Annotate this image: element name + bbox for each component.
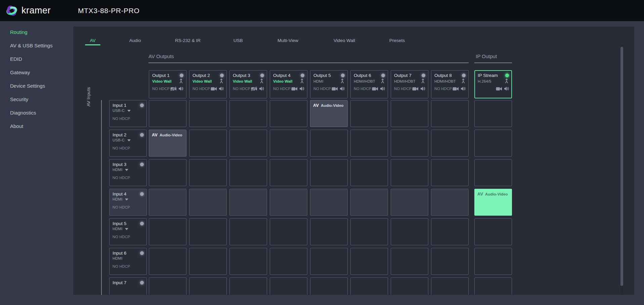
output-card[interactable]: Output 4 Video Wall NO HDCP [270,70,307,98]
input-connector-select[interactable]: USB-C [113,138,144,142]
audio-mute-toggle-icon[interactable] [178,86,183,91]
video-mute-toggle-icon[interactable] [453,87,459,91]
matrix-cell[interactable] [350,130,388,157]
audio-mute-toggle-icon[interactable] [461,86,466,91]
sidebar-item-av-usb-settings[interactable]: AV & USB Settings [0,39,73,52]
output-card[interactable]: Output 2 Video Wall NO HDCP [189,70,227,98]
video-mute-toggle-icon[interactable] [251,87,257,91]
video-mute-toggle-icon[interactable] [496,87,502,91]
tab-rs-232-ir[interactable]: RS-232 & IR [175,38,201,43]
tab-presets[interactable]: Presets [389,38,405,43]
matrix-cell[interactable] [149,218,186,245]
audio-mute-toggle-icon[interactable] [420,86,425,91]
matrix-cell[interactable] [310,159,348,186]
routed-cell[interactable]: AVAudio-Video [310,100,348,127]
input-connector-select[interactable]: USB-C [113,108,144,113]
matrix-cell[interactable] [189,277,227,295]
input-connector-select[interactable]: HDMI [113,256,144,260]
matrix-cell[interactable] [189,248,227,275]
tab-usb[interactable]: USB [233,38,243,43]
matrix-cell[interactable] [350,277,388,295]
matrix-cell[interactable] [431,248,469,275]
video-mute-toggle-icon[interactable] [332,87,338,91]
matrix-cell[interactable] [149,100,186,127]
matrix-cell[interactable] [431,277,469,295]
matrix-cell[interactable] [270,218,307,245]
matrix-cell[interactable] [189,218,227,245]
matrix-cell[interactable] [350,218,388,245]
input-connector-select[interactable]: HDMI [113,167,144,172]
matrix-cell[interactable] [229,218,267,245]
matrix-cell[interactable] [431,159,469,186]
sidebar-item-diagnostics[interactable]: Diagnostics [0,106,73,119]
matrix-cell[interactable] [391,159,428,186]
matrix-cell[interactable] [270,277,307,295]
matrix-cell[interactable] [270,159,307,186]
audio-mute-toggle-icon[interactable] [340,86,345,91]
output-card[interactable]: Output 8 HDMI/HDBT NO HDCP [431,70,469,98]
matrix-cell[interactable] [229,248,267,275]
matrix-cell[interactable] [431,130,469,157]
tab-video-wall[interactable]: Video Wall [334,38,355,43]
sidebar-item-about[interactable]: About [0,119,73,133]
matrix-cell[interactable] [149,248,186,275]
matrix-cell-ip[interactable] [474,218,512,245]
input-card[interactable]: Input 1 USB-C NO HDCP [109,100,147,127]
input-card[interactable]: Input 2 USB-C NO HDCP [109,130,147,157]
matrix-cell[interactable] [229,159,267,186]
input-card[interactable]: Input 6 HDMI NO HDCP [109,248,147,275]
matrix-cell[interactable] [310,248,348,275]
sidebar-item-routing[interactable]: Routing [0,25,73,39]
output-card[interactable]: Output 1 Video Wall NO HDCP [149,70,186,98]
video-mute-toggle-icon[interactable] [170,87,177,91]
matrix-cell[interactable] [431,100,469,127]
matrix-cell[interactable] [391,189,428,216]
routed-cell[interactable]: AVAudio-Video [149,130,186,157]
matrix-cell[interactable] [350,248,388,275]
audio-mute-toggle-icon[interactable] [299,86,304,91]
output-card[interactable]: Output 6 HDMI/HDBT NO HDCP [350,70,388,98]
tab-multi-view[interactable]: Multi-View [277,38,298,43]
matrix-cell[interactable] [270,248,307,275]
matrix-cell-ip[interactable] [474,159,512,186]
matrix-cell-ip[interactable] [474,100,512,127]
matrix-cell[interactable] [431,218,469,245]
input-connector-select[interactable]: HDMI [113,226,144,231]
input-card[interactable]: Input 4 HDMI NO HDCP [109,189,147,216]
matrix-cell[interactable] [391,130,428,157]
input-connector-select[interactable]: HDMI [113,197,144,201]
matrix-cell[interactable] [310,130,348,157]
matrix-cell[interactable] [310,218,348,245]
output-card[interactable]: Output 3 Video Wall NO HDCP [229,70,267,98]
matrix-cell[interactable] [149,159,186,186]
video-mute-toggle-icon[interactable] [291,87,298,91]
audio-mute-toggle-icon[interactable] [259,86,264,91]
sidebar-item-edid[interactable]: EDID [0,52,73,66]
matrix-cell-ip[interactable] [474,277,512,295]
audio-mute-toggle-icon[interactable] [219,86,224,91]
matrix-cell[interactable] [229,189,267,216]
matrix-cell[interactable] [149,277,186,295]
input-card[interactable]: Input 3 HDMI NO HDCP [109,159,147,186]
sidebar-item-gateway[interactable]: Gateway [0,66,73,79]
matrix-cell[interactable] [391,100,428,127]
matrix-cell[interactable] [189,100,227,127]
matrix-cell[interactable] [310,189,348,216]
matrix-cell[interactable] [350,189,388,216]
input-card[interactable]: Input 7 [109,277,147,295]
matrix-cell[interactable] [149,189,186,216]
matrix-cell[interactable] [391,218,428,245]
matrix-cell[interactable] [270,130,307,157]
matrix-cell[interactable] [189,189,227,216]
matrix-cell[interactable] [189,159,227,186]
matrix-cell[interactable] [350,159,388,186]
output-card[interactable]: Output 5 HDMI NO HDCP [310,70,348,98]
matrix-cell[interactable] [350,100,388,127]
sidebar-item-device-settings[interactable]: Device Settings [0,79,73,92]
matrix-cell[interactable] [431,189,469,216]
video-mute-toggle-icon[interactable] [211,87,217,91]
matrix-cell[interactable] [229,100,267,127]
matrix-cell[interactable] [229,130,267,157]
matrix-cell[interactable] [229,277,267,295]
matrix-cell[interactable] [391,248,428,275]
